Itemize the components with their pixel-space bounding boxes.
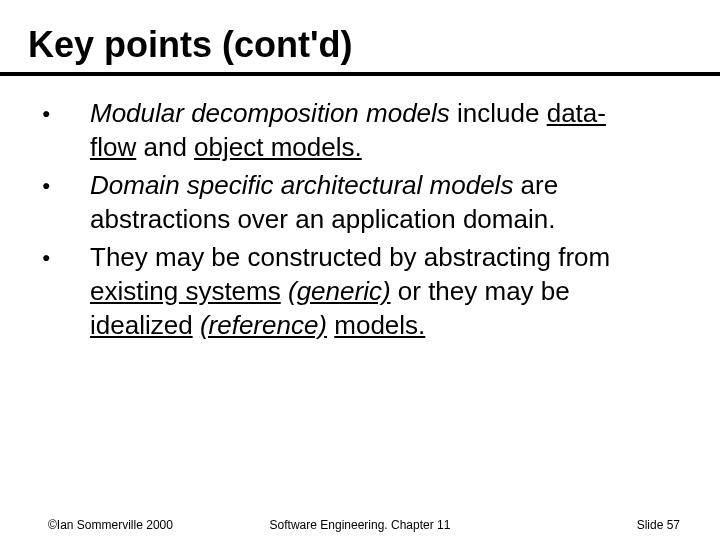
text-segment: Modular decomposition models xyxy=(90,98,450,128)
text-segment: idealized xyxy=(90,310,193,340)
text-segment xyxy=(193,310,200,340)
bullet-dot-icon: ● xyxy=(40,168,90,202)
bullet-dot-icon: ● xyxy=(40,240,90,274)
bullet-text: Modular decomposition models include dat… xyxy=(90,96,650,164)
text-segment: They may be constructed by abstracting f… xyxy=(90,242,610,272)
text-segment: include xyxy=(450,98,547,128)
bullet-item: ●Modular decomposition models include da… xyxy=(40,96,650,164)
footer-center: Software Engineering. Chapter 11 xyxy=(0,518,720,532)
text-segment: and xyxy=(136,132,194,162)
slide-body: ●Modular decomposition models include da… xyxy=(40,96,650,346)
text-segment: existing systems xyxy=(90,276,281,306)
bullet-item: ●Domain specific architectural models ar… xyxy=(40,168,650,236)
footer-right: Slide 57 xyxy=(637,518,680,532)
text-segment: (reference) xyxy=(200,310,327,340)
text-segment: or they may be xyxy=(391,276,570,306)
text-segment: Domain specific architectural models xyxy=(90,170,513,200)
bullet-text: They may be constructed by abstracting f… xyxy=(90,240,650,342)
text-segment xyxy=(281,276,288,306)
text-segment: models. xyxy=(334,310,425,340)
title-rule xyxy=(0,72,720,76)
text-segment: object models. xyxy=(194,132,362,162)
bullet-item: ●They may be constructed by abstracting … xyxy=(40,240,650,342)
slide-title: Key points (cont'd) xyxy=(28,24,353,66)
bullet-dot-icon: ● xyxy=(40,96,90,130)
slide: Key points (cont'd) ●Modular decompositi… xyxy=(0,0,720,540)
text-segment: (generic) xyxy=(288,276,391,306)
bullet-text: Domain specific architectural models are… xyxy=(90,168,650,236)
